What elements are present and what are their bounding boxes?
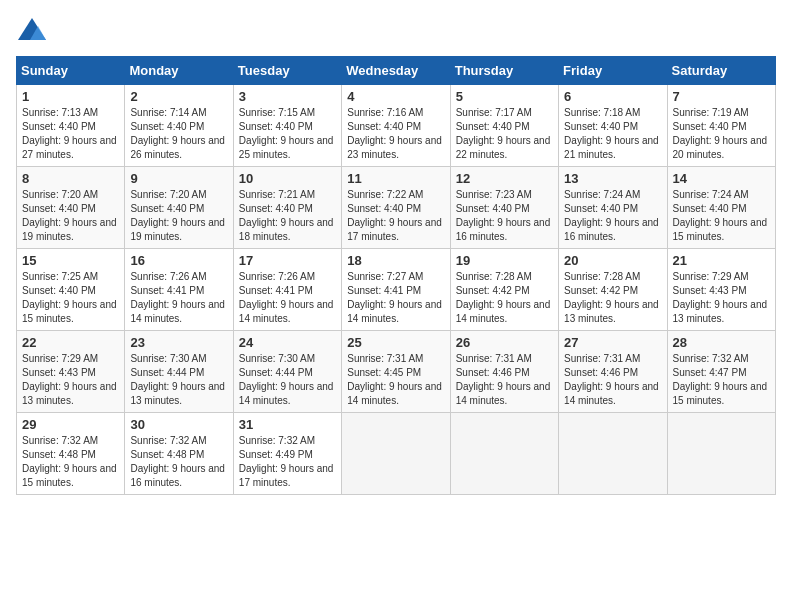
calendar-cell: 21Sunrise: 7:29 AM Sunset: 4:43 PM Dayli… bbox=[667, 249, 775, 331]
day-number: 9 bbox=[130, 171, 227, 186]
day-info: Sunrise: 7:28 AM Sunset: 4:42 PM Dayligh… bbox=[456, 270, 553, 326]
day-info: Sunrise: 7:21 AM Sunset: 4:40 PM Dayligh… bbox=[239, 188, 336, 244]
calendar-header-friday: Friday bbox=[559, 57, 667, 85]
day-number: 18 bbox=[347, 253, 444, 268]
day-info: Sunrise: 7:27 AM Sunset: 4:41 PM Dayligh… bbox=[347, 270, 444, 326]
day-info: Sunrise: 7:28 AM Sunset: 4:42 PM Dayligh… bbox=[564, 270, 661, 326]
day-info: Sunrise: 7:20 AM Sunset: 4:40 PM Dayligh… bbox=[22, 188, 119, 244]
day-number: 25 bbox=[347, 335, 444, 350]
calendar-cell: 3Sunrise: 7:15 AM Sunset: 4:40 PM Daylig… bbox=[233, 85, 341, 167]
day-info: Sunrise: 7:14 AM Sunset: 4:40 PM Dayligh… bbox=[130, 106, 227, 162]
calendar-week-4: 22Sunrise: 7:29 AM Sunset: 4:43 PM Dayli… bbox=[17, 331, 776, 413]
day-number: 7 bbox=[673, 89, 770, 104]
day-info: Sunrise: 7:24 AM Sunset: 4:40 PM Dayligh… bbox=[564, 188, 661, 244]
day-info: Sunrise: 7:17 AM Sunset: 4:40 PM Dayligh… bbox=[456, 106, 553, 162]
day-info: Sunrise: 7:20 AM Sunset: 4:40 PM Dayligh… bbox=[130, 188, 227, 244]
calendar-cell bbox=[342, 413, 450, 495]
calendar-cell: 7Sunrise: 7:19 AM Sunset: 4:40 PM Daylig… bbox=[667, 85, 775, 167]
calendar-cell: 12Sunrise: 7:23 AM Sunset: 4:40 PM Dayli… bbox=[450, 167, 558, 249]
day-number: 12 bbox=[456, 171, 553, 186]
day-number: 8 bbox=[22, 171, 119, 186]
day-number: 23 bbox=[130, 335, 227, 350]
day-number: 2 bbox=[130, 89, 227, 104]
day-number: 3 bbox=[239, 89, 336, 104]
day-info: Sunrise: 7:32 AM Sunset: 4:49 PM Dayligh… bbox=[239, 434, 336, 490]
day-info: Sunrise: 7:15 AM Sunset: 4:40 PM Dayligh… bbox=[239, 106, 336, 162]
calendar-week-5: 29Sunrise: 7:32 AM Sunset: 4:48 PM Dayli… bbox=[17, 413, 776, 495]
day-number: 4 bbox=[347, 89, 444, 104]
calendar-header-thursday: Thursday bbox=[450, 57, 558, 85]
day-number: 17 bbox=[239, 253, 336, 268]
day-info: Sunrise: 7:32 AM Sunset: 4:47 PM Dayligh… bbox=[673, 352, 770, 408]
calendar-cell: 14Sunrise: 7:24 AM Sunset: 4:40 PM Dayli… bbox=[667, 167, 775, 249]
day-number: 24 bbox=[239, 335, 336, 350]
day-info: Sunrise: 7:31 AM Sunset: 4:45 PM Dayligh… bbox=[347, 352, 444, 408]
day-info: Sunrise: 7:32 AM Sunset: 4:48 PM Dayligh… bbox=[130, 434, 227, 490]
day-info: Sunrise: 7:26 AM Sunset: 4:41 PM Dayligh… bbox=[130, 270, 227, 326]
day-number: 13 bbox=[564, 171, 661, 186]
calendar-week-3: 15Sunrise: 7:25 AM Sunset: 4:40 PM Dayli… bbox=[17, 249, 776, 331]
calendar-cell: 26Sunrise: 7:31 AM Sunset: 4:46 PM Dayli… bbox=[450, 331, 558, 413]
day-number: 26 bbox=[456, 335, 553, 350]
day-info: Sunrise: 7:26 AM Sunset: 4:41 PM Dayligh… bbox=[239, 270, 336, 326]
logo bbox=[16, 16, 52, 44]
day-number: 5 bbox=[456, 89, 553, 104]
day-number: 14 bbox=[673, 171, 770, 186]
day-info: Sunrise: 7:32 AM Sunset: 4:48 PM Dayligh… bbox=[22, 434, 119, 490]
calendar-cell: 28Sunrise: 7:32 AM Sunset: 4:47 PM Dayli… bbox=[667, 331, 775, 413]
calendar-cell: 15Sunrise: 7:25 AM Sunset: 4:40 PM Dayli… bbox=[17, 249, 125, 331]
day-info: Sunrise: 7:18 AM Sunset: 4:40 PM Dayligh… bbox=[564, 106, 661, 162]
day-info: Sunrise: 7:30 AM Sunset: 4:44 PM Dayligh… bbox=[239, 352, 336, 408]
calendar-cell: 6Sunrise: 7:18 AM Sunset: 4:40 PM Daylig… bbox=[559, 85, 667, 167]
day-number: 28 bbox=[673, 335, 770, 350]
day-info: Sunrise: 7:30 AM Sunset: 4:44 PM Dayligh… bbox=[130, 352, 227, 408]
calendar-cell: 8Sunrise: 7:20 AM Sunset: 4:40 PM Daylig… bbox=[17, 167, 125, 249]
calendar-table: SundayMondayTuesdayWednesdayThursdayFrid… bbox=[16, 56, 776, 495]
day-number: 1 bbox=[22, 89, 119, 104]
calendar-cell: 30Sunrise: 7:32 AM Sunset: 4:48 PM Dayli… bbox=[125, 413, 233, 495]
calendar-cell bbox=[667, 413, 775, 495]
day-info: Sunrise: 7:25 AM Sunset: 4:40 PM Dayligh… bbox=[22, 270, 119, 326]
day-info: Sunrise: 7:29 AM Sunset: 4:43 PM Dayligh… bbox=[673, 270, 770, 326]
calendar-cell: 2Sunrise: 7:14 AM Sunset: 4:40 PM Daylig… bbox=[125, 85, 233, 167]
calendar-week-1: 1Sunrise: 7:13 AM Sunset: 4:40 PM Daylig… bbox=[17, 85, 776, 167]
day-number: 6 bbox=[564, 89, 661, 104]
day-number: 22 bbox=[22, 335, 119, 350]
day-number: 21 bbox=[673, 253, 770, 268]
day-info: Sunrise: 7:31 AM Sunset: 4:46 PM Dayligh… bbox=[564, 352, 661, 408]
calendar-cell bbox=[559, 413, 667, 495]
calendar-header-monday: Monday bbox=[125, 57, 233, 85]
day-number: 27 bbox=[564, 335, 661, 350]
day-info: Sunrise: 7:31 AM Sunset: 4:46 PM Dayligh… bbox=[456, 352, 553, 408]
calendar-cell: 19Sunrise: 7:28 AM Sunset: 4:42 PM Dayli… bbox=[450, 249, 558, 331]
day-info: Sunrise: 7:24 AM Sunset: 4:40 PM Dayligh… bbox=[673, 188, 770, 244]
calendar-cell: 24Sunrise: 7:30 AM Sunset: 4:44 PM Dayli… bbox=[233, 331, 341, 413]
day-number: 29 bbox=[22, 417, 119, 432]
calendar-cell: 13Sunrise: 7:24 AM Sunset: 4:40 PM Dayli… bbox=[559, 167, 667, 249]
calendar-cell: 9Sunrise: 7:20 AM Sunset: 4:40 PM Daylig… bbox=[125, 167, 233, 249]
day-number: 19 bbox=[456, 253, 553, 268]
calendar-cell: 17Sunrise: 7:26 AM Sunset: 4:41 PM Dayli… bbox=[233, 249, 341, 331]
day-number: 20 bbox=[564, 253, 661, 268]
calendar-week-2: 8Sunrise: 7:20 AM Sunset: 4:40 PM Daylig… bbox=[17, 167, 776, 249]
calendar-cell: 29Sunrise: 7:32 AM Sunset: 4:48 PM Dayli… bbox=[17, 413, 125, 495]
calendar-cell: 16Sunrise: 7:26 AM Sunset: 4:41 PM Dayli… bbox=[125, 249, 233, 331]
day-number: 10 bbox=[239, 171, 336, 186]
calendar-cell: 5Sunrise: 7:17 AM Sunset: 4:40 PM Daylig… bbox=[450, 85, 558, 167]
day-info: Sunrise: 7:23 AM Sunset: 4:40 PM Dayligh… bbox=[456, 188, 553, 244]
calendar-cell: 31Sunrise: 7:32 AM Sunset: 4:49 PM Dayli… bbox=[233, 413, 341, 495]
day-info: Sunrise: 7:19 AM Sunset: 4:40 PM Dayligh… bbox=[673, 106, 770, 162]
day-info: Sunrise: 7:29 AM Sunset: 4:43 PM Dayligh… bbox=[22, 352, 119, 408]
day-number: 11 bbox=[347, 171, 444, 186]
day-info: Sunrise: 7:13 AM Sunset: 4:40 PM Dayligh… bbox=[22, 106, 119, 162]
calendar-cell: 20Sunrise: 7:28 AM Sunset: 4:42 PM Dayli… bbox=[559, 249, 667, 331]
calendar-cell bbox=[450, 413, 558, 495]
calendar-header-tuesday: Tuesday bbox=[233, 57, 341, 85]
day-info: Sunrise: 7:16 AM Sunset: 4:40 PM Dayligh… bbox=[347, 106, 444, 162]
day-number: 15 bbox=[22, 253, 119, 268]
day-info: Sunrise: 7:22 AM Sunset: 4:40 PM Dayligh… bbox=[347, 188, 444, 244]
page-header bbox=[16, 16, 776, 44]
calendar-cell: 22Sunrise: 7:29 AM Sunset: 4:43 PM Dayli… bbox=[17, 331, 125, 413]
calendar-cell: 18Sunrise: 7:27 AM Sunset: 4:41 PM Dayli… bbox=[342, 249, 450, 331]
calendar-header-wednesday: Wednesday bbox=[342, 57, 450, 85]
